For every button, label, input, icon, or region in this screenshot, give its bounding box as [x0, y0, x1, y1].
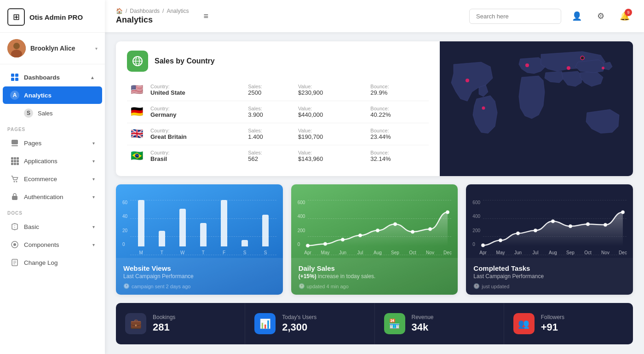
sidebar-item-components[interactable]: Components ▾	[3, 236, 102, 253]
clock-icon: 🕐	[299, 283, 305, 289]
svg-point-56	[499, 239, 502, 242]
sidebar: ⊞ Otis Admin PRO Brooklyn Alice ▾	[0, 0, 105, 354]
sidebar-item-sales[interactable]: S Sales	[3, 104, 102, 122]
svg-point-58	[534, 229, 537, 232]
country-cell: Country: Germany	[147, 101, 244, 123]
sales-card-title: Sales by Country	[155, 57, 215, 65]
world-map-section	[440, 41, 633, 176]
basic-icon	[10, 222, 19, 231]
pages-section-label: PAGES	[0, 122, 105, 134]
sales-card-icon	[127, 51, 148, 72]
svg-point-62	[604, 223, 607, 227]
svg-point-42	[394, 223, 397, 226]
sales-card-header: Sales by Country	[127, 51, 429, 72]
breadcrumb-current: Analytics	[167, 8, 189, 14]
bar-col: M	[132, 200, 150, 255]
svg-point-60	[569, 225, 572, 228]
stat-value-bookings: 281	[153, 321, 175, 333]
clock-icon: 🕐	[123, 283, 130, 289]
flag-cell: 🇩🇪	[127, 101, 147, 123]
svg-point-32	[525, 63, 529, 67]
bar	[138, 200, 144, 246]
breadcrumb-dashboards[interactable]: Dashboards	[130, 8, 160, 14]
svg-point-31	[466, 79, 469, 82]
bar	[262, 215, 269, 246]
value-cell: Value: $440,000	[294, 101, 367, 123]
components-chevron-icon: ▾	[92, 242, 95, 247]
svg-point-63	[621, 211, 625, 214]
menu-toggle-button[interactable]: ≡	[203, 11, 208, 21]
bounce-cell: Bounce: 29.9%	[367, 79, 429, 101]
svg-point-41	[376, 229, 380, 232]
y-label-20: 20	[122, 228, 127, 233]
changelog-icon	[10, 258, 19, 267]
content-area: Sales by Country 🇺🇸 Country: United Stat…	[105, 32, 644, 354]
analytics-label: Analytics	[24, 92, 95, 99]
sidebar-item-ecommerce[interactable]: Ecommerce ▾	[3, 170, 102, 188]
flag-cell: 🇺🇸	[127, 79, 147, 101]
changelog-label: Change Log	[24, 259, 95, 266]
sidebar-item-authentication[interactable]: Authentication ▾	[3, 188, 102, 206]
ecommerce-chevron-icon: ▾	[92, 177, 95, 182]
stat-label-revenue: Revenue	[412, 314, 434, 320]
svg-point-36	[581, 56, 584, 60]
settings-button[interactable]: ⚙	[592, 8, 609, 24]
bar	[221, 200, 227, 246]
svg-rect-3	[11, 74, 14, 77]
svg-point-61	[586, 223, 590, 226]
search-input[interactable]	[469, 9, 561, 24]
breadcrumb: 🏠 / Dashboards / Analytics Analytics	[116, 8, 189, 25]
charts-row: 0 20 40 60 MTWTFSS	[116, 184, 633, 295]
website-views-card: 0 20 40 60 MTWTFSS	[116, 184, 283, 295]
main-content: 🏠 / Dashboards / Analytics Analytics ≡ 👤…	[105, 0, 644, 354]
svg-point-1	[13, 43, 20, 49]
sidebar-item-basic[interactable]: Basic ▾	[3, 218, 102, 235]
logo-text: Otis Admin PRO	[29, 13, 83, 21]
table-row: 🇬🇧 Country: Great Britain Sales: 1.400 V…	[127, 123, 429, 145]
table-row: 🇩🇪 Country: Germany Sales: 3.900 Value: …	[127, 101, 429, 123]
sidebar-item-pages[interactable]: Pages ▾	[3, 134, 102, 152]
svg-point-43	[411, 230, 414, 234]
value-cell: Value: $230,900	[294, 79, 367, 101]
stat-value-revenue: 34k	[412, 321, 434, 333]
dashboards-icon	[10, 73, 19, 82]
sidebar-user[interactable]: Brooklyn Alice ▾	[0, 33, 105, 64]
country-cell: Country: Great Britain	[147, 123, 244, 145]
svg-rect-8	[12, 145, 18, 146]
stat-label-bookings: Bookings	[153, 314, 175, 320]
bar-col: W	[173, 200, 191, 255]
sidebar-item-applications[interactable]: Applications ▾	[3, 152, 102, 170]
daily-sales-subtitle: (+15%) increase in today sales.	[299, 273, 451, 280]
sidebar-item-analytics[interactable]: A Analytics	[3, 86, 102, 104]
stats-row: 💼 Bookings 281 📊 Today's Users 2,300 🏪 R…	[116, 303, 633, 344]
stat-item-followers: 👥 Followers +91	[504, 303, 633, 344]
sidebar-item-dashboards[interactable]: Dashboards ▲	[3, 69, 102, 86]
bar-col: S	[236, 200, 254, 255]
authentication-icon	[10, 192, 19, 201]
daily-sales-info: Daily Sales (+15%) increase in today sal…	[291, 258, 458, 295]
completed-tasks-info: Completed Tasks Last Campaign Performanc…	[466, 258, 633, 295]
svg-point-22	[13, 243, 16, 246]
bar	[179, 209, 186, 246]
user-profile-button[interactable]: 👤	[569, 8, 585, 24]
svg-point-57	[517, 232, 520, 235]
gear-icon: ⚙	[597, 11, 604, 21]
svg-point-39	[341, 238, 345, 241]
completed-tasks-chart: 0 200 400 600	[466, 184, 633, 258]
clock-icon: 🕐	[473, 283, 480, 289]
website-views-chart: 0 20 40 60 MTWTFSS	[116, 184, 283, 258]
notifications-button[interactable]: 🔔 9	[616, 8, 633, 24]
table-row: 🇧🇷 Country: Brasil Sales: 562 Value: $14…	[127, 145, 429, 167]
bar	[242, 240, 248, 246]
sales-cell: Sales: 562	[244, 145, 294, 167]
svg-rect-12	[11, 160, 13, 162]
website-views-footer: 🕐 campaign sent 2 days ago	[123, 283, 276, 289]
analytics-icon: A	[10, 91, 19, 100]
bounce-cell: Bounce: 32.14%	[367, 145, 429, 167]
sales-cell: Sales: 2500	[244, 79, 294, 101]
sidebar-item-changelog[interactable]: Change Log	[3, 254, 102, 271]
website-views-info: Website Views Last Campaign Performance …	[116, 258, 283, 295]
svg-rect-11	[17, 157, 19, 160]
bar-col: F	[215, 200, 233, 255]
website-views-title: Website Views	[123, 264, 276, 272]
